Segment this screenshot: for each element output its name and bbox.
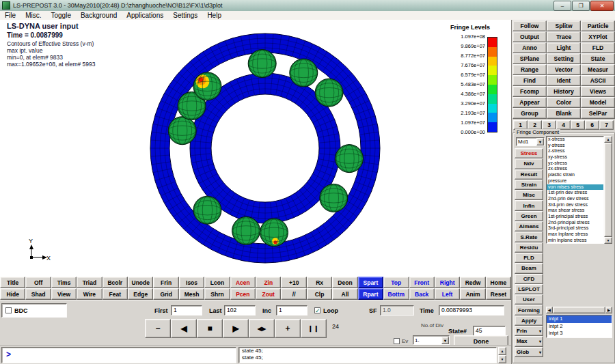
category-button-beam[interactable]: Beam [515, 263, 543, 273]
toolbar-button-grid[interactable]: Grid [153, 288, 178, 300]
page-button-4[interactable]: 4 [556, 120, 571, 130]
category-button-stress[interactable]: Stress [515, 148, 543, 158]
toolbar-button-clp[interactable]: Clp [307, 288, 332, 300]
category-button-srate[interactable]: S.Rate [515, 232, 543, 242]
toolbar-button-bcolr[interactable]: Bcolr [102, 277, 128, 288]
component-item-plasticstrain[interactable]: plastic strain [547, 172, 603, 178]
toolbar-button-triad[interactable]: Triad [77, 277, 102, 288]
toolbar-button-edge[interactable]: Edge [128, 288, 153, 300]
component-list-scrollbar[interactable]: ▲ ▼ [604, 136, 612, 244]
model-select[interactable]: Md1 ▾ [516, 137, 545, 146]
toolbar-button-view[interactable]: View [51, 288, 77, 300]
toolbar-button-bottm[interactable]: Bottm [383, 288, 409, 300]
scroll-right-icon[interactable]: ▶ [605, 307, 612, 313]
toolbar-button-mesh[interactable]: Mesh [179, 288, 204, 300]
toolbar-button-redw[interactable]: Redw [460, 277, 485, 288]
toolbar-button-frin[interactable]: Frin [153, 277, 178, 288]
component-item-1stprincipalstress[interactable]: 1st-principal stress [547, 214, 603, 220]
component-item-yzstress[interactable]: yz-stress [547, 160, 603, 167]
toolbar-button-spart[interactable]: Spart [358, 277, 383, 288]
toolbar-button-all[interactable]: All [332, 288, 357, 300]
toolbar-button-top[interactable]: Top [383, 277, 409, 288]
component-item-xstress[interactable]: x-stress [547, 137, 603, 143]
toolbar-button-rx[interactable]: Rx [307, 277, 332, 288]
toolbar-button-lcon[interactable]: Lcon [204, 277, 230, 288]
component-item-vonmisesstress[interactable]: von mises stress [547, 184, 603, 191]
toolbar-button-right[interactable]: Right [435, 277, 460, 288]
panel-button-follow[interactable]: Follow [512, 20, 547, 31]
toolbar-button-home[interactable]: Home [486, 277, 511, 288]
toolbar-button-back[interactable]: Back [409, 288, 435, 300]
scroll-left-icon[interactable]: ◀ [546, 307, 553, 313]
page-button-3[interactable]: 3 [542, 120, 556, 130]
panel-button-fcomp[interactable]: Fcomp [512, 86, 547, 97]
component-item-2ndprincipalstress[interactable]: 2nd-principal stress [547, 220, 603, 226]
last-field[interactable]: 102 [224, 305, 256, 316]
category-button-apply[interactable]: Apply [515, 316, 543, 326]
category-button-almans[interactable]: Almans [515, 221, 543, 232]
panel-button-selpar[interactable]: SelPar [581, 108, 615, 119]
bdc-checkbox[interactable] [5, 307, 12, 313]
stop-button[interactable]: ■ [197, 319, 223, 338]
dropdown-button-max[interactable]: Max▾ [515, 336, 543, 346]
scrollbar-thumb[interactable] [604, 143, 612, 237]
panel-button-ident[interactable]: Ident [547, 75, 581, 86]
toolbar-button-left[interactable]: Left [435, 288, 460, 300]
menu-item-toggle[interactable]: Toggle [46, 12, 75, 20]
panel-button-output[interactable]: Output [512, 31, 547, 42]
dropdown-button-frin[interactable]: Frin▾ [515, 326, 543, 336]
menu-item-settings[interactable]: Settings [168, 12, 202, 20]
category-button-residu[interactable]: Residu [515, 242, 543, 253]
category-button-forming[interactable]: Forming [515, 305, 543, 315]
scrollbar-thumb[interactable] [553, 307, 605, 313]
component-item-xystress[interactable]: xy-stress [547, 154, 603, 160]
panel-button-color[interactable]: Color [547, 97, 581, 108]
div-select[interactable]: 1. ▾ [413, 335, 450, 345]
command-scrollbar[interactable]: ▲ ▼ [498, 347, 506, 363]
category-button-lsplot[interactable]: LSPLOT [515, 284, 543, 294]
menu-item-applications[interactable]: Applications [122, 12, 168, 20]
panel-button-state[interactable]: State [581, 53, 615, 64]
component-item-zxstress[interactable]: zx-stress [547, 166, 603, 172]
play-button[interactable]: ▶ [223, 319, 249, 338]
title-bar[interactable]: LS-PREPOST 3.0 - 30May2010(20:48) D:\zha… [0, 0, 615, 12]
toolbar-button-pcen[interactable]: Pcen [230, 288, 256, 300]
component-item-pressure[interactable]: pressure [547, 178, 603, 184]
panel-button-model[interactable]: Model [581, 97, 615, 108]
panel-button-splitw[interactable]: Splitw [547, 20, 581, 31]
panel-button-history[interactable]: History [547, 86, 581, 97]
component-item-2ndprindevstress[interactable]: 2nd-prin dev stress [547, 196, 603, 202]
toolbar-button-unode[interactable]: Unode [128, 277, 153, 288]
decrement-button[interactable]: − [145, 319, 171, 338]
panel-button-blank[interactable]: Blank [547, 108, 581, 119]
intpt-horizontal-scrollbar[interactable]: ◀ ▶ [546, 307, 612, 313]
panel-button-ascii[interactable]: ASCII [581, 75, 615, 86]
panel-button-setting[interactable]: Setting [547, 53, 581, 64]
panel-button-find[interactable]: Find [512, 75, 547, 86]
panel-button-measur[interactable]: Measur [581, 64, 615, 75]
panel-button-group[interactable]: Group [512, 108, 547, 119]
scroll-up-icon[interactable]: ▲ [604, 136, 612, 143]
category-button-result[interactable]: Result [515, 169, 543, 180]
category-button-infin[interactable]: Infin [515, 200, 543, 210]
panel-button-appear[interactable]: Appear [512, 97, 547, 108]
toolbar-button-deon[interactable]: Deon [332, 277, 357, 288]
play-reverse-button[interactable]: ◀ [171, 319, 197, 338]
component-item-3rdprindevstress[interactable]: 3rd-prin dev stress [547, 202, 603, 208]
intpt-item-1[interactable]: intpt 1 [547, 316, 612, 323]
menu-item-background[interactable]: Background [76, 12, 122, 20]
maximize-button[interactable]: ❐ [572, 1, 590, 11]
panel-button-views[interactable]: Views [581, 86, 615, 97]
category-button-cfd[interactable]: CFD [515, 274, 543, 284]
component-item-ystress[interactable]: y-stress [547, 143, 603, 149]
sf-field[interactable]: 1.0 [380, 305, 414, 316]
time-field[interactable]: 0.00879993 [439, 305, 504, 316]
panel-button-vector[interactable]: Vector [547, 64, 581, 75]
toolbar-button-title[interactable]: Title [0, 277, 25, 288]
component-item-3rdprincipalstress[interactable]: 3rd-principal stress [547, 225, 603, 232]
panel-button-light[interactable]: Light [547, 42, 581, 53]
category-button-strain[interactable]: Strain [515, 180, 543, 190]
close-button[interactable]: ✕ [590, 1, 614, 11]
category-button-green[interactable]: Green [515, 211, 543, 221]
menu-item-help[interactable]: Help [202, 12, 226, 20]
